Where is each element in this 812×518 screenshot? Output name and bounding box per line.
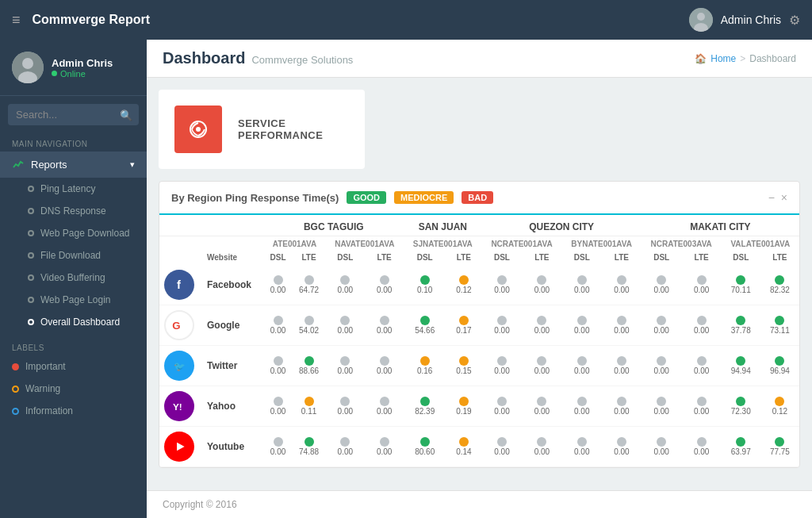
data-cell: 0.00 xyxy=(522,427,561,467)
cell-value: 0.00 xyxy=(494,366,509,375)
node-bynate001ava: BYNATE001AVA xyxy=(561,236,641,251)
cell-block: 0.00 xyxy=(687,316,717,335)
cell-value: 0.00 xyxy=(534,326,550,335)
cell-value: 0.00 xyxy=(574,366,589,375)
data-cell: 82.32 xyxy=(760,265,799,305)
sidebar-item-dns-response[interactable]: DNS Response xyxy=(0,200,147,222)
sidebar-label-warning[interactable]: Warning xyxy=(0,378,147,400)
cell-value: 0.00 xyxy=(653,407,668,416)
information-dot-icon xyxy=(12,408,19,415)
sidebar-label-information[interactable]: Information xyxy=(0,400,147,422)
col-dsl2: DSL xyxy=(326,250,366,265)
indicator-dot xyxy=(775,316,784,325)
region-san-juan: SAN JUAN xyxy=(404,215,481,236)
indicator-dot xyxy=(340,397,350,406)
data-cell: 0.00 xyxy=(682,265,722,305)
data-cell: 0.16 xyxy=(404,346,446,386)
sidebar-item-reports[interactable]: Reports ▾ xyxy=(0,152,147,178)
cell-block: 0.00 xyxy=(687,356,717,375)
data-cell: 0.15 xyxy=(446,346,481,386)
cell-value: 0.12 xyxy=(456,286,471,294)
cell-block: 0.00 xyxy=(687,397,717,416)
badge-bad: BAD xyxy=(462,191,493,204)
dot-icon xyxy=(28,274,34,281)
data-cell: 0.00 xyxy=(482,305,523,346)
breadcrumb-separator: > xyxy=(740,53,745,64)
sidebar-sub-label: File Download xyxy=(40,250,101,261)
sidebar-item-file-download[interactable]: File Download xyxy=(0,244,147,267)
cell-block: 88.66 xyxy=(297,356,321,375)
col-dsl5: DSL xyxy=(561,250,602,265)
indicator-dot xyxy=(617,275,626,285)
cell-value: 0.00 xyxy=(534,286,550,294)
site-logo: 🐦 xyxy=(164,351,194,381)
table-header-empty xyxy=(159,215,263,236)
cell-value: 0.00 xyxy=(574,407,589,416)
topbar: ≡ Commverge Report Admin Chris ⚙ xyxy=(0,0,812,40)
cell-value: 96.94 xyxy=(770,366,790,375)
breadcrumb-home-icon: 🏠 xyxy=(695,53,707,64)
cell-value: 80.60 xyxy=(415,447,435,456)
col-empty2 xyxy=(159,236,263,251)
sidebar-label-important[interactable]: Important xyxy=(0,355,147,378)
cell-block: 0.00 xyxy=(331,316,361,335)
col-lte7: LTE xyxy=(760,250,799,265)
cell-value: 0.15 xyxy=(456,366,471,375)
indicator-dot xyxy=(537,275,546,285)
cell-value: 0.00 xyxy=(694,447,709,456)
sidebar-item-web-page-download[interactable]: Web Page Download xyxy=(0,222,147,244)
gear-icon[interactable]: ⚙ xyxy=(789,13,800,28)
content-header: Dashboard Commverge Solutions 🏠 Home > D… xyxy=(147,40,812,78)
dot-icon xyxy=(28,186,34,192)
data-cell: 0.00 xyxy=(263,427,292,467)
sidebar-sub-label: Web Page Login xyxy=(40,294,111,305)
site-logo-cell: 🐦 xyxy=(159,346,199,386)
sidebar-item-overall-dashboard[interactable]: Overall Dashboard xyxy=(0,311,147,333)
cell-block: 0.00 xyxy=(527,356,557,375)
cell-block: 0.00 xyxy=(646,437,677,456)
close-icon[interactable]: × xyxy=(781,191,787,204)
sidebar-user: Admin Chris Online xyxy=(0,40,147,96)
cell-value: 0.00 xyxy=(338,326,353,335)
data-cell: 0.00 xyxy=(326,427,366,467)
cell-value: 54.02 xyxy=(299,326,319,335)
minimize-icon[interactable]: − xyxy=(768,191,775,204)
breadcrumb: 🏠 Home > Dashboard xyxy=(695,53,796,64)
table-row: Youtube 0.00 74.88 0.00 0.00 80.60 0.14 … xyxy=(159,427,799,467)
cell-block: 0.00 xyxy=(527,397,557,416)
content-area: Dashboard Commverge Solutions 🏠 Home > D… xyxy=(147,40,812,518)
data-cell: 0.00 xyxy=(365,305,404,346)
sidebar-item-video-buffering[interactable]: Video Buffering xyxy=(0,267,147,289)
sidebar-sub-label: Overall Dashboard xyxy=(40,317,120,328)
sidebar-sub-label: DNS Response xyxy=(40,205,106,217)
sidebar-item-web-page-login[interactable]: Web Page Login xyxy=(0,289,147,311)
indicator-dot xyxy=(274,437,283,447)
cell-block: 0.00 xyxy=(331,356,361,375)
cell-value: 0.00 xyxy=(494,447,509,456)
data-cell: 0.00 xyxy=(561,427,602,467)
cell-value: 0.00 xyxy=(338,286,353,294)
indicator-dot xyxy=(380,275,389,285)
node-valate001ava: VALATE001AVA xyxy=(722,236,799,251)
cell-block: 0.12 xyxy=(765,397,795,416)
cell-block: 0.00 xyxy=(268,397,287,416)
cell-block: 0.00 xyxy=(331,437,361,456)
label-warning-text: Warning xyxy=(25,383,60,394)
content-body: SERVICE PERFORMANCE By Region Ping Respo… xyxy=(147,78,812,490)
data-cell: 0.00 xyxy=(682,427,722,467)
breadcrumb-home-link[interactable]: Home xyxy=(710,53,736,64)
cell-value: 0.00 xyxy=(694,286,709,294)
sidebar-item-ping-latency[interactable]: Ping Latency xyxy=(0,178,147,200)
data-cell: 80.60 xyxy=(404,427,446,467)
badge-good: GOOD xyxy=(347,191,386,204)
indicator-dot xyxy=(497,397,507,406)
col-lte2: LTE xyxy=(365,250,404,265)
indicator-dot xyxy=(657,437,666,447)
cell-block: 0.00 xyxy=(566,356,597,375)
indicator-dot xyxy=(380,437,389,447)
data-cell: 0.00 xyxy=(365,265,404,305)
region-makati-city: MAKATI CITY xyxy=(642,215,799,236)
cell-block: 0.00 xyxy=(487,437,518,456)
hamburger-icon[interactable]: ≡ xyxy=(12,12,21,29)
cell-block: 74.88 xyxy=(297,437,321,456)
